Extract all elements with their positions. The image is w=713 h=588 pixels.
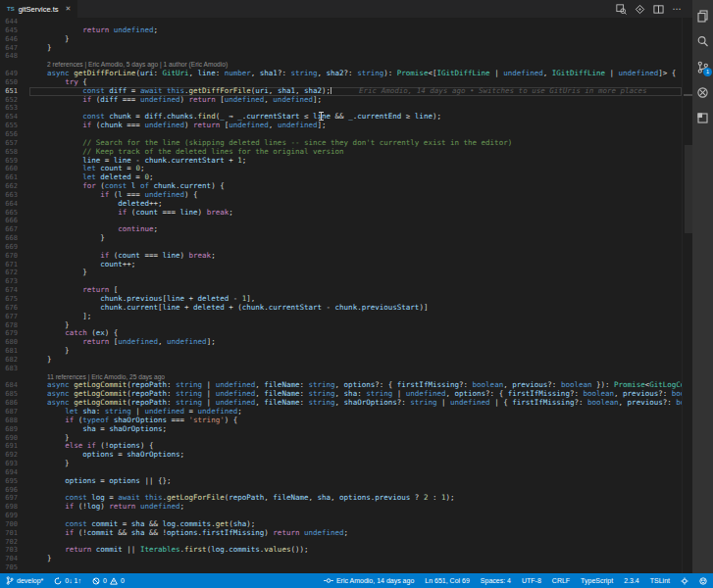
line-number[interactable]: 685 [0, 390, 29, 399]
activity-extensions[interactable] [692, 105, 713, 130]
code-line[interactable]: 660 let count = 0; [0, 165, 692, 173]
language-mode-status[interactable]: TypeScript [581, 577, 613, 584]
code-line[interactable]: 675 chunk.previous[line + deleted - 1], [0, 295, 692, 304]
line-number[interactable]: 684 [0, 381, 29, 390]
code-line[interactable]: 681 } [0, 347, 692, 356]
code-line[interactable]: 659 line = line - chunk.currentStart + 1… [0, 157, 692, 166]
line-number[interactable]: 670 [0, 252, 29, 261]
codelens-row[interactable]: 11 references | Eric Amodio, 25 days ago [0, 373, 692, 382]
code-line[interactable]: 647 } [0, 44, 692, 53]
code-line[interactable]: 698 if (!log) return undefined; [0, 503, 692, 512]
line-number[interactable]: 668 [0, 234, 29, 243]
line-number[interactable]: 672 [0, 269, 29, 277]
ts-version-status[interactable]: 2.3.4 [624, 577, 639, 584]
code-line[interactable]: 691 else if (!options) { [0, 442, 692, 451]
line-number[interactable]: 666 [0, 217, 29, 225]
code-line[interactable]: 649 async getDiffForLine(uri: GitUri, li… [0, 70, 692, 78]
code-line[interactable]: 670 if (count === line) break; [0, 252, 692, 261]
code-line[interactable]: 693 } [0, 460, 692, 468]
code-line[interactable]: 672 } [0, 269, 692, 277]
line-number[interactable]: 690 [0, 434, 29, 443]
line-number[interactable]: 648 [0, 52, 29, 61]
gitlens-line-blame-status[interactable]: Eric Amodio, 14 days ago [324, 577, 414, 584]
code-line[interactable]: 651 const diff = await this.getDiffForFi… [0, 87, 692, 96]
problems-status[interactable]: 0 0 [92, 577, 125, 585]
line-number[interactable]: 661 [0, 173, 29, 182]
line-number[interactable]: 667 [0, 225, 29, 234]
eol-status[interactable]: CRLF [552, 577, 570, 584]
more-actions-icon[interactable]: ⋯ [671, 3, 683, 15]
code-line[interactable]: 657 // Search for the line (skipping del… [0, 139, 692, 148]
code-line[interactable]: 687 let sha: string | undefined = undefi… [0, 408, 692, 416]
line-number[interactable]: 652 [0, 96, 29, 105]
code-line[interactable]: 679 catch (ex) { [0, 329, 692, 338]
line-number[interactable]: 651 [0, 87, 29, 96]
line-number[interactable]: 678 [0, 321, 29, 330]
line-number[interactable]: 649 [0, 70, 29, 78]
line-number[interactable]: 705 [0, 564, 29, 572]
line-number[interactable]: 644 [0, 18, 29, 26]
line-number[interactable]: 674 [0, 286, 29, 295]
cursor-position-status[interactable]: Ln 651, Col 69 [425, 577, 470, 584]
code-line[interactable]: 664 deleted++; [0, 200, 692, 209]
line-number[interactable]: 701 [0, 529, 29, 538]
split-editor-icon[interactable] [652, 3, 664, 15]
codelens-row[interactable]: 2 references | Eric Amodio, 5 days ago |… [0, 61, 692, 70]
line-number[interactable]: 647 [0, 44, 29, 53]
line-number[interactable]: 703 [0, 546, 29, 555]
line-number[interactable]: 677 [0, 313, 29, 321]
line-number[interactable]: 698 [0, 503, 29, 512]
activity-source-control[interactable]: 1 [692, 54, 713, 79]
line-number[interactable]: 700 [0, 520, 29, 529]
tab-close-icon[interactable]: ✕ [66, 5, 72, 13]
gitlens-blame-icon[interactable] [634, 3, 645, 15]
line-number[interactable]: 655 [0, 122, 29, 130]
code-line[interactable]: 671 count++; [0, 261, 692, 270]
line-number[interactable]: 645 [0, 26, 29, 35]
code-line[interactable]: 677 ]; [0, 313, 692, 321]
line-number[interactable]: 665 [0, 209, 29, 218]
code-line[interactable]: 705 [0, 564, 692, 572]
line-number[interactable]: 702 [0, 538, 29, 547]
activity-debug[interactable] [692, 79, 713, 105]
code-line[interactable]: 696 [0, 486, 692, 495]
scrollbar-slider[interactable] [685, 145, 692, 233]
line-number[interactable]: 704 [0, 555, 29, 564]
line-number[interactable] [0, 373, 29, 382]
code-line[interactable]: 686 async getLogCommit(repoPath: string … [0, 399, 692, 408]
line-number[interactable]: 653 [0, 104, 29, 113]
code-line[interactable]: 697 const log = await this.getLogForFile… [0, 494, 692, 503]
code-line[interactable]: 656 [0, 130, 692, 139]
code-line[interactable]: 655 if (chunk === undefined) return [und… [0, 122, 692, 130]
line-number[interactable]: 656 [0, 130, 29, 139]
code-line[interactable]: 695 options = options || {}; [0, 477, 692, 486]
tslint-status[interactable]: TSLint [650, 577, 670, 584]
code-line[interactable]: 682 } [0, 356, 692, 365]
line-number[interactable]: 689 [0, 425, 29, 434]
code-line[interactable]: 669 [0, 243, 692, 252]
line-number[interactable] [0, 61, 29, 70]
code-line[interactable]: 645 return undefined; [0, 26, 692, 35]
code-line[interactable]: 680 return [undefined, undefined]; [0, 338, 692, 347]
code-line[interactable]: 683 [0, 365, 692, 373]
line-number[interactable]: 683 [0, 365, 29, 373]
activity-search[interactable] [692, 28, 713, 54]
line-number[interactable]: 654 [0, 113, 29, 122]
code-line[interactable]: 668 } [0, 234, 692, 243]
indentation-status[interactable]: Spaces: 4 [481, 577, 511, 584]
line-number[interactable]: 691 [0, 442, 29, 451]
line-number[interactable]: 693 [0, 460, 29, 468]
code-line[interactable]: 661 let deleted = 0; [0, 173, 692, 182]
line-number[interactable]: 688 [0, 416, 29, 425]
code-line[interactable]: 699 [0, 512, 692, 520]
line-number[interactable]: 657 [0, 139, 29, 148]
line-number[interactable]: 669 [0, 243, 29, 252]
code-line[interactable]: 650 try { [0, 78, 692, 87]
line-number[interactable]: 673 [0, 277, 29, 286]
code-line[interactable]: 694 [0, 468, 692, 477]
line-number[interactable]: 681 [0, 347, 29, 356]
code-line[interactable]: 662 for (const l of chunk.current) { [0, 182, 692, 191]
code-line[interactable]: 688 if (typeof shaOrOptions === 'string'… [0, 416, 692, 425]
code-line[interactable]: 666 [0, 217, 692, 225]
activity-explorer[interactable] [692, 3, 713, 28]
